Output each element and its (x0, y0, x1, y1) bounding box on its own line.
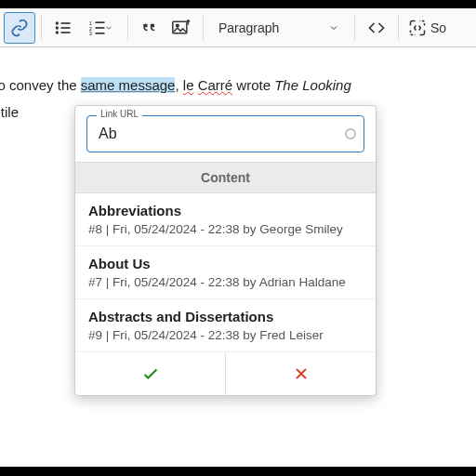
confirm-link-button[interactable] (75, 352, 225, 395)
autocomplete-result[interactable]: Abstracts and Dissertations #9 | Fri, 05… (75, 299, 376, 352)
svg-rect-7 (95, 21, 104, 23)
link-url-field[interactable]: Link URL (86, 115, 364, 152)
chevron-down-icon (328, 22, 339, 33)
svg-rect-5 (61, 32, 71, 33)
svg-point-2 (56, 26, 59, 29)
code-button[interactable] (361, 12, 392, 44)
editor-toolbar: 123 Paragraph So (0, 8, 476, 47)
check-icon (140, 364, 161, 384)
link-icon (10, 19, 29, 37)
list-ul-icon (54, 19, 73, 37)
result-meta: #8 | Fri, 05/24/2024 - 22:38 by George S… (88, 222, 363, 236)
result-title: Abbreviations (88, 203, 363, 218)
bulleted-list-button[interactable] (47, 12, 79, 44)
svg-rect-9 (95, 27, 104, 29)
image-upload-icon (171, 19, 192, 37)
blockquote-button[interactable] (134, 12, 165, 44)
svg-text:3: 3 (88, 31, 91, 36)
svg-rect-1 (61, 22, 71, 24)
autocomplete-result[interactable]: Abbreviations #8 | Fri, 05/24/2024 - 22:… (75, 193, 376, 246)
svg-rect-11 (95, 33, 104, 34)
quote-icon (140, 19, 159, 37)
text-line: ting to convey the same message, le Carr… (0, 72, 476, 99)
source-icon (408, 19, 427, 37)
svg-point-4 (56, 31, 59, 33)
autocomplete-result[interactable]: About Us #7 | Fri, 05/24/2024 - 22:38 by… (75, 246, 376, 299)
svg-rect-12 (173, 21, 187, 33)
image-button[interactable] (165, 12, 197, 44)
svg-rect-3 (61, 27, 71, 29)
popup-actions (75, 352, 376, 395)
result-title: About Us (88, 256, 363, 271)
result-title: Abstracts and Dissertations (88, 309, 363, 324)
chevron-down-icon (104, 23, 113, 33)
results-group-header: Content (75, 162, 376, 193)
source-label: So (430, 20, 446, 35)
link-button[interactable] (4, 12, 35, 44)
selected-link-text: same message (81, 77, 176, 93)
source-button[interactable]: So (404, 12, 448, 44)
link-url-input[interactable] (97, 125, 336, 143)
cancel-link-button[interactable] (225, 352, 376, 395)
block-style-dropdown[interactable]: Paragraph (209, 12, 349, 44)
link-url-popup: Link URL Content Abbreviations #8 | Fri,… (74, 105, 377, 396)
result-meta: #7 | Fri, 05/24/2024 - 22:38 by Adrian H… (88, 275, 363, 289)
svg-point-0 (56, 21, 59, 24)
link-url-label: Link URL (97, 109, 142, 119)
numbered-list-button[interactable]: 123 (79, 12, 122, 44)
result-meta: #9 | Fri, 05/24/2024 - 22:38 by Fred Lei… (88, 328, 363, 342)
svg-point-13 (177, 24, 179, 27)
block-style-label: Paragraph (218, 20, 323, 35)
loading-spinner (345, 128, 356, 139)
close-icon (292, 364, 311, 383)
code-icon (367, 19, 386, 37)
